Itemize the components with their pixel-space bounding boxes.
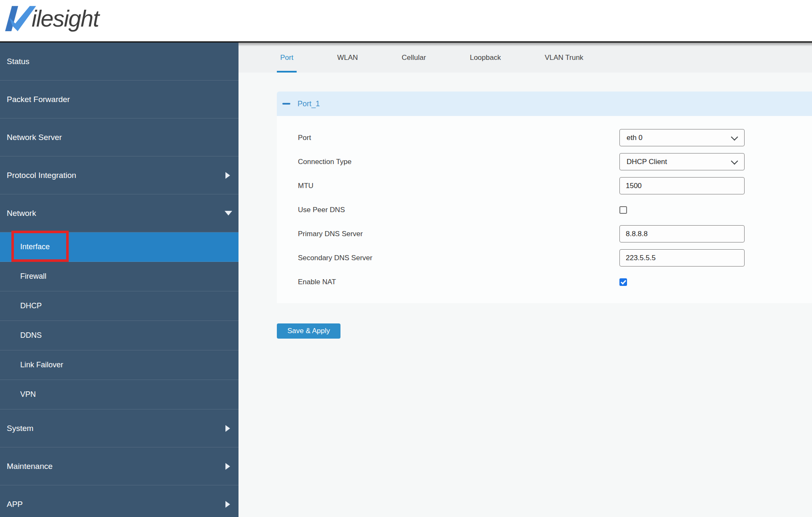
- port-select-value: eth 0: [627, 134, 643, 142]
- sidebar-item-dhcp[interactable]: DHCP: [0, 291, 239, 321]
- sidebar-item-label: Packet Forwarder: [7, 95, 70, 104]
- secondary-dns-label: Secondary DNS Server: [298, 254, 619, 262]
- port1-panel: Port_1 Port eth 0 Connection Type: [277, 92, 812, 303]
- sidebar-item-label: Firewall: [20, 272, 46, 281]
- sidebar-item-label: Protocol Integration: [7, 171, 76, 180]
- form-row-use-peer-dns: Use Peer DNS: [277, 198, 812, 222]
- sidebar-item-packet-forwarder[interactable]: Packet Forwarder: [0, 81, 239, 118]
- milesight-logo: ilesight: [5, 5, 99, 31]
- sidebar-item-label: Link Failover: [20, 361, 63, 369]
- sidebar-item-firewall[interactable]: Firewall: [0, 262, 239, 291]
- mtu-label: MTU: [298, 182, 619, 190]
- tab-label: VLAN Trunk: [545, 54, 584, 62]
- form-row-port: Port eth 0: [277, 126, 812, 150]
- sidebar-item-network[interactable]: Network: [0, 194, 239, 232]
- tab-cellular[interactable]: Cellular: [391, 43, 437, 73]
- sidebar-item-label: Interface: [20, 242, 50, 251]
- form-row-primary-dns: Primary DNS Server: [277, 222, 812, 246]
- sidebar-item-protocol-integration[interactable]: Protocol Integration: [0, 156, 239, 194]
- port-label: Port: [298, 134, 619, 142]
- port-settings-main: Port_1 Port eth 0 Connection Type: [239, 73, 812, 517]
- sidebar-item-label: Status: [7, 57, 29, 66]
- sidebar-item-label: DHCP: [20, 302, 42, 310]
- secondary-dns-input[interactable]: [619, 249, 745, 267]
- sidebar-item-system[interactable]: System: [0, 409, 239, 447]
- form-row-connection-type: Connection Type DHCP Client: [277, 150, 812, 174]
- form-row-mtu: MTU: [277, 174, 812, 198]
- tab-loopback[interactable]: Loopback: [459, 43, 512, 73]
- port1-panel-header[interactable]: Port_1: [277, 92, 812, 116]
- sidebar-item-interface[interactable]: Interface: [0, 232, 239, 262]
- connection-type-select[interactable]: DHCP Client: [619, 153, 745, 170]
- collapse-minus-icon[interactable]: [282, 103, 290, 105]
- sidebar-nav: Status Packet Forwarder Network Server P…: [0, 43, 239, 517]
- panel-title: Port_1: [297, 100, 320, 108]
- sidebar-item-vpn[interactable]: VPN: [0, 380, 239, 409]
- chevron-right-icon: [225, 463, 230, 470]
- sidebar-item-status[interactable]: Status: [0, 43, 239, 81]
- header-divider: [0, 41, 812, 43]
- sidebar-item-label: DDNS: [20, 331, 42, 340]
- chevron-down-icon: [225, 211, 232, 215]
- interface-tabbar: Port WLAN Cellular Loopback VLAN Trunk: [239, 43, 812, 73]
- sidebar-item-ddns[interactable]: DDNS: [0, 321, 239, 350]
- primary-dns-label: Primary DNS Server: [298, 230, 619, 238]
- sidebar-item-label: APP: [7, 500, 23, 509]
- tab-wlan[interactable]: WLAN: [326, 43, 369, 73]
- chevron-right-icon: [225, 172, 230, 179]
- sidebar-item-maintenance[interactable]: Maintenance: [0, 447, 239, 485]
- content-area: Port WLAN Cellular Loopback VLAN Trunk P…: [239, 43, 812, 517]
- header-shadow: [239, 43, 812, 46]
- tab-label: Loopback: [470, 54, 501, 62]
- form-row-enable-nat: Enable NAT: [277, 270, 812, 294]
- sidebar-item-label: VPN: [20, 390, 36, 399]
- enable-nat-checkbox[interactable]: [619, 278, 627, 286]
- sidebar-item-label: Network Server: [7, 133, 62, 142]
- chevron-right-icon: [225, 501, 230, 508]
- use-peer-dns-checkbox[interactable]: [619, 206, 627, 214]
- form-row-secondary-dns: Secondary DNS Server: [277, 246, 812, 270]
- sidebar-item-link-failover[interactable]: Link Failover: [0, 350, 239, 380]
- sidebar-item-network-server[interactable]: Network Server: [0, 118, 239, 156]
- sidebar-item-app[interactable]: APP: [0, 485, 239, 517]
- save-apply-button[interactable]: Save & Apply: [277, 323, 340, 339]
- chevron-down-icon: [731, 158, 738, 165]
- sidebar-item-label: Network: [7, 209, 36, 218]
- tab-port[interactable]: Port: [269, 43, 304, 73]
- primary-dns-input[interactable]: [619, 225, 745, 242]
- page-header: ilesight: [0, 0, 812, 41]
- use-peer-dns-label: Use Peer DNS: [298, 206, 619, 214]
- mtu-input[interactable]: [619, 177, 745, 194]
- port-select[interactable]: eth 0: [619, 129, 745, 146]
- tab-vlan-trunk[interactable]: VLAN Trunk: [534, 43, 595, 73]
- tab-label: Cellular: [402, 54, 426, 62]
- sidebar-item-label: System: [7, 424, 33, 433]
- tab-label: Port: [280, 54, 293, 62]
- tab-label: WLAN: [337, 54, 358, 62]
- sidebar-item-label: Maintenance: [7, 462, 53, 471]
- enable-nat-label: Enable NAT: [298, 278, 619, 286]
- chevron-right-icon: [225, 425, 230, 432]
- logo-text: ilesight: [32, 6, 99, 31]
- port1-panel-body: Port eth 0 Connection Type DHCP Client: [277, 116, 812, 303]
- chevron-down-icon: [731, 134, 738, 141]
- connection-type-select-value: DHCP Client: [627, 158, 667, 166]
- connection-type-label: Connection Type: [298, 158, 619, 166]
